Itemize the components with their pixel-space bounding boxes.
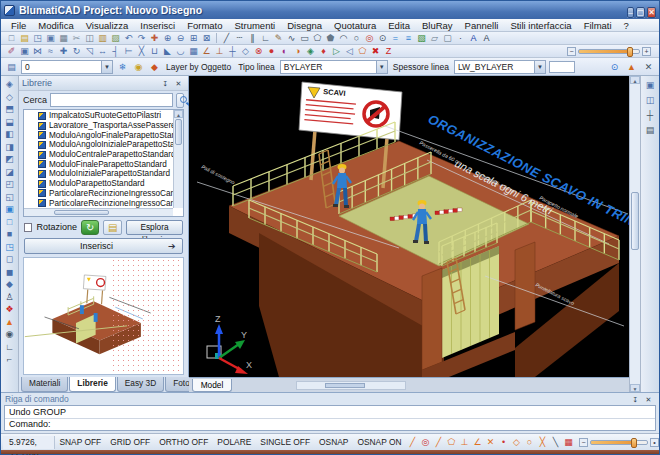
- delete-icon[interactable]: ✖: [369, 45, 382, 57]
- array-icon[interactable]: ▦: [187, 45, 200, 57]
- shade-wire-icon[interactable]: ◻: [3, 253, 16, 266]
- scroll-thumb[interactable]: [175, 119, 182, 145]
- library-item[interactable]: ModuloAngoloFinaleParapettoStandard: [24, 130, 173, 140]
- library-item[interactable]: ParticolareRecinzioneIngressoCantiere_Pa…: [24, 198, 173, 208]
- paste-icon[interactable]: ▥: [96, 32, 109, 44]
- list-horizontal-scrollbar[interactable]: [24, 208, 173, 216]
- viewport-vertical-scrollbar[interactable]: ▲ ▼: [629, 76, 640, 392]
- menu-item-stili-interfaccia[interactable]: Stili interfaccia: [504, 20, 577, 31]
- status-osnap-on-button[interactable]: OSNAP ON: [353, 437, 406, 447]
- view-front-icon[interactable]: □: [3, 216, 16, 229]
- library-item[interactable]: ParticolareRecinzioneIngressoCantiere: [24, 189, 173, 199]
- layer-color-icon[interactable]: ◆: [148, 61, 161, 73]
- polyline-icon[interactable]: ∟: [259, 32, 272, 44]
- view-top-icon[interactable]: ⬒: [3, 103, 16, 116]
- extend-icon[interactable]: ⊢: [122, 45, 135, 57]
- library-item[interactable]: Lavoratore_TrasportaAssePasserella: [24, 121, 173, 131]
- pan-icon[interactable]: ✚: [148, 32, 161, 44]
- command-input[interactable]: [55, 419, 651, 430]
- snap-perpendicular-icon[interactable]: ⊥: [458, 436, 471, 448]
- construction-line-icon[interactable]: ┄: [233, 32, 246, 44]
- snap-x-icon[interactable]: ╳: [536, 436, 549, 448]
- snap-angle-icon[interactable]: ∠: [471, 436, 484, 448]
- snap-segment-icon[interactable]: ╱: [432, 436, 445, 448]
- wipeout-icon[interactable]: ▢: [441, 32, 454, 44]
- view-back-icon[interactable]: ■: [3, 228, 16, 241]
- menu-item-bluray[interactable]: BluRay: [416, 20, 459, 31]
- status-polare-button[interactable]: POLARE: [213, 437, 256, 447]
- scroll-down-icon[interactable]: ▼: [630, 384, 640, 392]
- multiline-icon[interactable]: ∥: [246, 32, 259, 44]
- zoom-slider[interactable]: − +: [567, 47, 651, 56]
- view-se-icon[interactable]: ◪: [3, 166, 16, 179]
- save-icon[interactable]: ◳: [31, 32, 44, 44]
- library-item[interactable]: ImpalcatoSuRuoteGettoPilastri: [24, 111, 173, 121]
- block-preview[interactable]: [23, 257, 184, 375]
- trim-icon[interactable]: ┤: [109, 45, 122, 57]
- scroll-thumb[interactable]: [631, 192, 639, 250]
- donut-icon[interactable]: ◎: [363, 32, 376, 44]
- slider-plus-button[interactable]: •: [650, 438, 659, 447]
- list-vertical-scrollbar[interactable]: ▲: [173, 110, 183, 208]
- redo-icon[interactable]: ↷: [135, 32, 148, 44]
- erase-tool-icon[interactable]: ✕: [642, 61, 655, 73]
- folder-icon[interactable]: ▤: [103, 220, 122, 235]
- menu-item-disegna[interactable]: Disegna: [281, 20, 328, 31]
- boundary-icon[interactable]: ⬠: [356, 45, 369, 57]
- status-osnap-button[interactable]: OSNAP: [315, 437, 353, 447]
- spline-icon[interactable]: ∿: [285, 32, 298, 44]
- mirror-icon[interactable]: ⋈: [31, 45, 44, 57]
- snap-circle-icon[interactable]: ○: [523, 436, 536, 448]
- status-ortho-off-button[interactable]: ORTHO OFF: [155, 437, 213, 447]
- lineweight-select[interactable]: LW_BYLAYER▼: [454, 60, 546, 74]
- block-insert-icon[interactable]: ♦: [317, 45, 330, 57]
- snap-polygon-icon[interactable]: ⬠: [445, 436, 458, 448]
- intersect-icon[interactable]: ┼: [226, 45, 239, 57]
- pan-3d-icon[interactable]: ◇: [3, 91, 16, 104]
- view-bottom-icon[interactable]: ⬓: [3, 116, 16, 129]
- slider-thumb[interactable]: [627, 47, 633, 57]
- sketch-icon[interactable]: ✎: [272, 32, 285, 44]
- stats-icon[interactable]: ▤: [644, 124, 657, 136]
- open-icon[interactable]: ▤: [18, 32, 31, 44]
- status-grid-off-button[interactable]: GRID OFF: [106, 437, 155, 447]
- fillet-icon[interactable]: ◡: [174, 45, 187, 57]
- measure-icon[interactable]: ◁: [343, 45, 356, 57]
- library-list[interactable]: ImpalcatoSuRuoteGettoPilastriLavoratore_…: [23, 109, 184, 217]
- view-left-icon[interactable]: ◧: [3, 128, 16, 141]
- erase-icon[interactable]: ✐: [5, 45, 18, 57]
- chamfer-icon[interactable]: ◣: [161, 45, 174, 57]
- camera-icon[interactable]: ◉: [3, 328, 16, 341]
- hatch-icon[interactable]: ▧: [415, 32, 428, 44]
- zoom-extents-icon[interactable]: ⊠: [200, 32, 213, 44]
- slider-plus-button[interactable]: +: [642, 47, 651, 56]
- close-icon[interactable]: ✕: [642, 394, 655, 405]
- close-button[interactable]: ✕: [647, 7, 656, 18]
- layer-lock-icon[interactable]: ◉: [132, 61, 145, 73]
- minimize-button[interactable]: –: [627, 7, 633, 18]
- join-icon[interactable]: ⊔: [148, 45, 161, 57]
- menu-item-formato[interactable]: Formato: [181, 20, 228, 31]
- tab-easy-3d[interactable]: Easy 3D: [117, 377, 164, 392]
- shade-icon[interactable]: ◐: [278, 45, 291, 57]
- slider-track[interactable]: [590, 440, 648, 445]
- arc-icon[interactable]: ◠: [337, 32, 350, 44]
- fill-icon[interactable]: ●: [265, 45, 278, 57]
- view-3d-icon[interactable]: ◳: [3, 241, 16, 254]
- stretch-icon[interactable]: ↔: [96, 45, 109, 57]
- light-icon[interactable]: ▲: [3, 316, 16, 329]
- zoom-in-icon[interactable]: ⊕: [161, 32, 174, 44]
- crosshair-icon[interactable]: ┼: [644, 109, 657, 121]
- zoom-previous-icon[interactable]: Z: [382, 45, 395, 57]
- layer-manager-icon[interactable]: ▤: [5, 61, 18, 73]
- menu-item-file[interactable]: File: [5, 20, 32, 31]
- copy-view-icon[interactable]: ◫: [644, 94, 657, 106]
- parallel-icon[interactable]: =: [389, 32, 402, 44]
- scroll-thumb[interactable]: [54, 210, 109, 215]
- snap-center-icon[interactable]: ◎: [419, 436, 432, 448]
- layers-stack-icon[interactable]: ▣: [644, 79, 657, 91]
- text-check-icon[interactable]: ▲: [625, 61, 638, 73]
- offset-icon[interactable]: ≈: [44, 45, 57, 57]
- snap-line-icon[interactable]: ╱: [406, 436, 419, 448]
- status-single-off-button[interactable]: SINGLE OFF: [256, 437, 315, 447]
